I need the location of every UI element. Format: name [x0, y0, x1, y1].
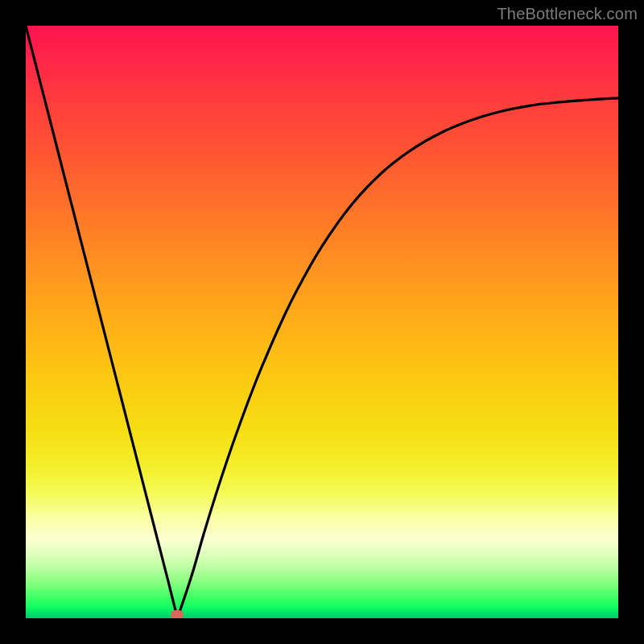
- plot-area: [26, 26, 618, 618]
- curve-layer: [26, 26, 618, 618]
- optimal-point-marker: [171, 610, 184, 618]
- bottleneck-curve: [26, 26, 618, 618]
- watermark-text: TheBottleneck.com: [497, 5, 638, 23]
- chart-frame: TheBottleneck.com: [0, 0, 644, 644]
